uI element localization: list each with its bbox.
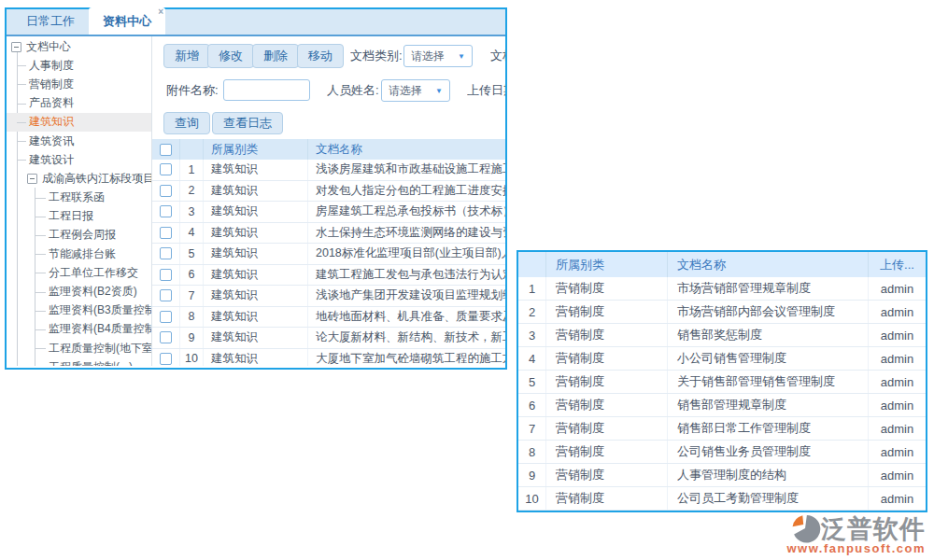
row-index: 1 — [180, 160, 204, 180]
row-index: 3 — [180, 202, 204, 222]
table-body: 1 建筑知识 浅谈房屋建筑和市政基础设施工程施工... 2 建筑知识 对发包人指… — [152, 160, 505, 366]
table-row[interactable]: 3 建筑知识 房屋建筑工程总承包投标书（技术标）... — [152, 202, 505, 223]
row-checkbox[interactable] — [160, 331, 172, 343]
row-checkbox[interactable] — [160, 269, 172, 281]
row-index: 5 — [180, 244, 204, 264]
tree-item[interactable]: 工程日报 — [7, 207, 151, 226]
tree-item-label: 节能减排台账 — [49, 246, 116, 262]
row-docname: 2018标准化监理项目部(业主项目部)人员... — [308, 244, 505, 264]
table-row[interactable]: 9 营销制度 人事管理制度的结构 admin — [518, 464, 926, 487]
tab-data-center[interactable]: 资料中心 × — [89, 7, 165, 35]
row-docname: 关于销售部管理销售管理制度 — [668, 371, 869, 393]
table-row[interactable]: 7 建筑知识 浅谈地产集团开发建设项目监理规划编... — [152, 286, 505, 307]
delete-button[interactable]: 删除 — [252, 44, 299, 68]
tree-item-label: 监理资料(B4质量控制) — [49, 321, 152, 337]
row-checkbox[interactable] — [160, 353, 172, 365]
row-category: 营销制度 — [546, 394, 668, 416]
tree-item[interactable]: 节能减排台账 — [7, 245, 151, 263]
tree-item[interactable]: 成渝高铁内江标段项目 — [7, 169, 151, 188]
table-row[interactable]: 2 营销制度 市场营销部内部会议管理制度 admin — [518, 301, 926, 324]
row-index: 3 — [518, 324, 546, 346]
tree-item[interactable]: 人事制度 — [7, 56, 151, 75]
tree-item-label: 营销制度 — [29, 77, 74, 92]
tree-item[interactable]: 建筑设计 — [7, 150, 151, 169]
doc-category-select[interactable]: 请选择 ▼ — [403, 45, 473, 67]
row-index: 7 — [518, 417, 546, 440]
query-button[interactable]: 查询 — [163, 112, 210, 134]
person-name-select[interactable]: 请选择 ▼ — [381, 79, 450, 102]
table-row[interactable]: 7 营销制度 销售部日常工作管理制度 admin — [518, 417, 926, 441]
vendor-url: www.fanpusoft.com — [786, 541, 926, 555]
row-checkbox[interactable] — [160, 185, 172, 197]
row-index: 6 — [180, 265, 204, 286]
table-row[interactable]: 10 建筑知识 大厦地下室加气砼墙砌筑工程的施工方... — [152, 349, 505, 367]
tab-close-icon[interactable]: × — [158, 7, 163, 17]
select-all-checkbox[interactable] — [160, 144, 172, 156]
row-checkbox[interactable] — [160, 227, 172, 239]
row-category: 营销制度 — [546, 417, 668, 440]
category-column-header: 所属别类 — [546, 252, 668, 277]
table-row[interactable]: 4 营销制度 小公司销售管理制度 admin — [518, 347, 926, 371]
tree-item-label: 产品资料 — [29, 95, 74, 111]
row-uploader: admin — [869, 277, 926, 300]
tree-item[interactable]: 工程联系函 — [7, 189, 151, 207]
row-docname: 市场营销部管理规章制度 — [668, 277, 869, 300]
tree-item[interactable]: 产品资料 — [7, 94, 151, 113]
table-row[interactable]: 1 建筑知识 浅谈房屋建筑和市政基础设施工程施工... — [152, 160, 505, 181]
attachment-name-input[interactable] — [223, 79, 310, 101]
table-row[interactable]: 8 建筑知识 地砖地面材料、机具准备、质量要求及... — [152, 307, 505, 329]
row-checkbox[interactable] — [160, 163, 172, 175]
docname-column-header: 文档名称 — [308, 139, 505, 160]
tree-item-label: 工程日报 — [49, 208, 93, 224]
tree-item[interactable]: 监理资料(B3质量控制) — [7, 301, 151, 320]
tree-item-label: 工程例会周报 — [49, 227, 116, 243]
table-row[interactable]: 3 营销制度 销售部奖惩制度 admin — [518, 324, 926, 347]
row-checkbox[interactable] — [160, 311, 172, 323]
collapse-minus-icon[interactable] — [11, 42, 21, 52]
row-checkbox[interactable] — [160, 289, 172, 301]
table-row[interactable]: 6 营销制度 销售部管理规章制度 admin — [518, 394, 926, 417]
table-row[interactable]: 9 建筑知识 论大厦新材料、新结构、新技术，新工... — [152, 328, 505, 349]
table-row[interactable]: 4 建筑知识 水土保持生态环境监测网络的建设与资... — [152, 223, 505, 245]
view-log-button[interactable]: 查看日志 — [212, 112, 283, 134]
tree-item[interactable]: 建筑知识 — [7, 113, 151, 132]
table-row[interactable]: 5 营销制度 关于销售部管理销售管理制度 admin — [518, 371, 926, 394]
tree-item[interactable]: 监理资料(B4质量控制) — [7, 320, 151, 339]
row-checkbox[interactable] — [160, 205, 172, 217]
tree-item[interactable]: 分工单位工作移交 — [7, 263, 151, 282]
attachment-name-label: 附件名称: — [166, 78, 219, 103]
table-row[interactable]: 5 建筑知识 2018标准化监理项目部(业主项目部)人员... — [152, 244, 505, 265]
tree-item[interactable]: 监理资料(B2资质) — [7, 282, 151, 301]
table-row[interactable]: 8 营销制度 公司销售业务员管理制度 admin — [518, 441, 926, 464]
row-checkbox[interactable] — [160, 247, 172, 259]
tree-item[interactable]: 营销制度 — [7, 75, 151, 93]
tree-item[interactable]: 工程质量控制(地下室) — [7, 339, 151, 357]
tree-item-label: 工程联系函 — [49, 189, 105, 205]
table-row[interactable]: 1 营销制度 市场营销部管理规章制度 admin — [518, 277, 926, 301]
add-button[interactable]: 新增 — [163, 44, 210, 68]
tab-daily-work[interactable]: 日常工作 — [12, 7, 89, 35]
tree-item[interactable]: 建筑资讯 — [7, 132, 151, 150]
tree-item[interactable]: 工程例会周报 — [7, 226, 151, 245]
tree-item[interactable]: 工程质量控制(...) — [7, 357, 151, 366]
table-row[interactable]: 6 建筑知识 建筑工程施工发包与承包违法行为认定... — [152, 265, 505, 287]
row-index: 8 — [180, 307, 204, 328]
row-category: 建筑知识 — [204, 244, 308, 264]
table-row[interactable]: 10 营销制度 公司员工考勤管理制度 admin — [518, 487, 926, 511]
row-docname: 地砖地面材料、机具准备、质量要求及... — [308, 307, 505, 328]
row-uploader: admin — [869, 487, 926, 510]
collapse-minus-icon[interactable] — [27, 174, 37, 184]
fanpu-logo-icon — [790, 513, 821, 544]
vendor-name: 泛普软件 — [821, 515, 926, 543]
row-docname: 市场营销部内部会议管理制度 — [668, 301, 869, 323]
table-row[interactable]: 2 建筑知识 对发包人指定分包的工程施工进度安排... — [152, 181, 505, 203]
tree-item[interactable]: 文档中心 — [7, 37, 151, 56]
modify-button[interactable]: 修改 — [207, 44, 254, 68]
chevron-down-icon: ▼ — [458, 52, 465, 61]
docname-column-header: 文档名称 — [668, 252, 869, 277]
move-button[interactable]: 移动 — [297, 44, 344, 68]
upload-date-label: 上传日期 — [467, 78, 505, 103]
row-index: 10 — [180, 349, 204, 367]
tree-item-label: 建筑设计 — [29, 152, 74, 168]
row-uploader: admin — [869, 464, 926, 486]
